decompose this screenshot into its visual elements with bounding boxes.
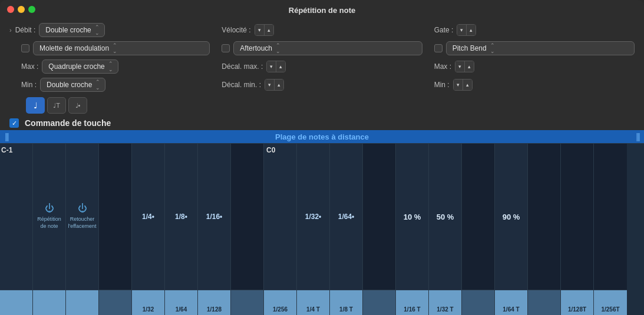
- decal-min-stepper[interactable]: ▾ ▴: [265, 79, 284, 91]
- velocite-up[interactable]: ▴: [265, 25, 273, 35]
- pitchbend-checkbox[interactable]: [434, 44, 442, 52]
- key-power1[interactable]: ⏻ Répétitionde note: [33, 144, 66, 315]
- key-power2-bottom[interactable]: [66, 290, 98, 315]
- key-power1-bottom[interactable]: [33, 290, 65, 315]
- decal-min-up[interactable]: ▴: [275, 79, 283, 90]
- debit-value: Double croche: [45, 26, 91, 34]
- key-1-16-dot[interactable]: 1/16• 1/128: [198, 144, 231, 315]
- modulation-select[interactable]: Molette de modulation ⌃⌄: [33, 41, 210, 55]
- debit-label: Débit :: [15, 26, 36, 34]
- key-pct10[interactable]: 10 % 1/16 T: [396, 144, 429, 315]
- key-1-4-dot[interactable]: 1/4• 1/32: [132, 144, 165, 315]
- key-1-16-dot-label: 1/16•: [206, 213, 223, 221]
- key-pct90-bottom[interactable]: 1/64 T: [495, 290, 527, 315]
- col-gate: Gate : ▾ ▴ Pitch Bend ⌃⌄ Max : ▾ ▴: [422, 23, 635, 114]
- aftertouch-label: Aftertouch: [240, 44, 272, 52]
- key-pct90[interactable]: 90 % 1/64 T: [495, 144, 528, 315]
- key-1-8-dot-label: 1/8•: [175, 213, 187, 221]
- modulation-checkbox[interactable]: [21, 44, 29, 52]
- pitchbend-arrow: ⌃⌄: [490, 42, 495, 54]
- key-empty5: [528, 144, 561, 315]
- min-label: Min :: [21, 81, 37, 89]
- power2-icon: ⏻: [78, 203, 87, 214]
- range-handle-right[interactable]: |||: [636, 132, 639, 141]
- col-debit: › Débit : Double croche ⌃⌄ Molette de mo…: [9, 23, 210, 114]
- commande-label: Commande de touche: [25, 118, 111, 128]
- key-empty3-bottom: [363, 290, 395, 315]
- key-c1-bottom[interactable]: [0, 290, 32, 315]
- note-buttons: ♩ ♩T ♩•: [9, 97, 210, 114]
- key-128t-bottom[interactable]: 1/128T: [561, 290, 593, 315]
- key-power2[interactable]: ⏻ Retoucherl'effacement: [66, 144, 99, 315]
- key-pct50-bottom[interactable]: 1/32 T: [429, 290, 461, 315]
- min-arrow: ⌃⌄: [95, 79, 100, 91]
- debit-chevron[interactable]: ›: [9, 26, 12, 34]
- keyboard-area: ||| Plage de notes à distance ||| C-1 ⏻ …: [0, 130, 644, 315]
- gate-stepper[interactable]: ▾ ▴: [457, 24, 476, 36]
- gate-up[interactable]: ▴: [467, 25, 475, 35]
- key-empty4: [462, 144, 495, 315]
- top-controls: › Débit : Double croche ⌃⌄ Molette de mo…: [0, 18, 644, 116]
- pitchbend-select[interactable]: Pitch Bend ⌃⌄: [446, 41, 635, 55]
- key-1-8-bottom[interactable]: 1/64: [165, 290, 197, 315]
- max2-stepper[interactable]: ▾ ▴: [455, 61, 474, 72]
- key-1-64-bottom[interactable]: 1/8 T: [330, 290, 362, 315]
- gate-down[interactable]: ▾: [457, 25, 467, 35]
- key-256t-bottom[interactable]: 1/256T: [594, 290, 627, 315]
- key-1-8-dot[interactable]: 1/8• 1/64: [165, 144, 198, 315]
- pitchbend-row: Pitch Bend ⌃⌄: [434, 41, 635, 55]
- min2-label: Min :: [434, 81, 450, 89]
- decal-max-stepper[interactable]: ▾ ▴: [266, 61, 286, 72]
- max2-up[interactable]: ▴: [465, 61, 474, 72]
- decal-max-down[interactable]: ▾: [267, 61, 276, 72]
- power2-label: Retoucherl'effacement: [68, 216, 96, 230]
- debit-select[interactable]: Double croche ⌃⌄: [39, 23, 104, 37]
- velocite-label: Vélocité :: [222, 26, 250, 34]
- key-1-32-bottom[interactable]: 1/4 T: [297, 290, 329, 315]
- modulation-label: Molette de modulation: [39, 44, 109, 52]
- key-1-64-dot-label: 1/64•: [338, 213, 355, 221]
- max2-row: Max : ▾ ▴: [434, 59, 635, 74]
- velocite-row: Vélocité : ▾ ▴: [222, 23, 422, 37]
- velocite-stepper[interactable]: ▾ ▴: [255, 24, 274, 36]
- key-c0-bottom[interactable]: 1/256: [264, 290, 296, 315]
- decal-max-label: Décal. max. :: [222, 62, 263, 71]
- key-pct50-label: 50 %: [437, 213, 454, 221]
- min2-down[interactable]: ▾: [454, 79, 463, 90]
- max2-down[interactable]: ▾: [455, 61, 465, 72]
- key-1-32-dot[interactable]: 1/32• 1/4 T: [297, 144, 330, 315]
- aftertouch-row: Aftertouch ⌃⌄: [222, 41, 422, 55]
- octave-c0-label: C0: [266, 146, 275, 154]
- key-empty6: 1/128T: [561, 144, 594, 315]
- decal-max-up[interactable]: ▴: [276, 61, 285, 72]
- min-row: Min : Double croche ⌃⌄: [9, 78, 210, 92]
- note-btn-2[interactable]: ♩T: [47, 97, 66, 114]
- velocite-down[interactable]: ▾: [255, 25, 265, 35]
- key-1-4-bottom[interactable]: 1/32: [132, 290, 164, 315]
- max-row: Max : Quadruple croche ⌃⌄: [9, 59, 210, 74]
- maximize-button[interactable]: [28, 6, 35, 13]
- debit-arrow: ⌃⌄: [95, 24, 100, 36]
- key-1-16-bottom[interactable]: 1/128: [198, 290, 230, 315]
- minimize-button[interactable]: [18, 6, 25, 13]
- traffic-lights: [7, 6, 35, 13]
- min-select[interactable]: Double croche ⌃⌄: [40, 78, 105, 92]
- key-1-64-dot[interactable]: 1/64• 1/8 T: [330, 144, 363, 315]
- key-c-1[interactable]: C-1: [0, 144, 33, 315]
- aftertouch-select[interactable]: Aftertouch ⌃⌄: [233, 41, 422, 55]
- max-select[interactable]: Quadruple croche ⌃⌄: [42, 59, 118, 74]
- key-c0[interactable]: C0 1/256: [264, 144, 297, 315]
- commande-checkbox[interactable]: ✓: [9, 118, 19, 128]
- min2-up[interactable]: ▴: [463, 79, 472, 90]
- note-btn-1[interactable]: ♩: [26, 97, 45, 114]
- close-button[interactable]: [7, 6, 14, 13]
- note-btn-3[interactable]: ♩•: [68, 97, 87, 114]
- octave-c1-label: C-1: [1, 146, 12, 154]
- min2-stepper[interactable]: ▾ ▴: [453, 79, 473, 91]
- key-pct50[interactable]: 50 % 1/32 T: [429, 144, 462, 315]
- decal-max-row: Décal. max. : ▾ ▴: [222, 59, 422, 74]
- max-value: Quadruple croche: [48, 62, 104, 71]
- aftertouch-checkbox[interactable]: [222, 44, 230, 52]
- decal-min-down[interactable]: ▾: [265, 79, 275, 90]
- key-pct10-bottom[interactable]: 1/16 T: [396, 290, 428, 315]
